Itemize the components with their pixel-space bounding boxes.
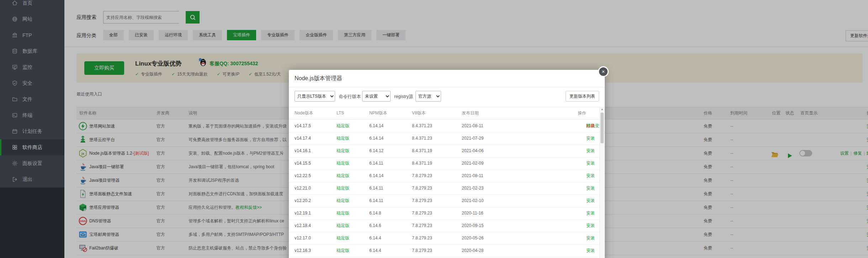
column-header: LTS	[337, 107, 344, 119]
release-date: 2021-07-29	[462, 132, 483, 145]
modal-title: Node.js版本管理器	[295, 70, 342, 87]
baota-panel: 首页 网站 FTP 数据库 监控 安全 文件 终端 计划任务 软件商店 面板设置	[0, 0, 868, 258]
v8-version: 7.8.279.23	[412, 244, 432, 257]
column-header: 发布日期	[462, 107, 479, 119]
release-date: 2021-02-23	[462, 182, 483, 195]
registry-source-select[interactable]: 官方源	[416, 91, 441, 102]
npm-version: 6.14.11	[369, 195, 383, 207]
lts-status: 稳定版	[337, 182, 349, 195]
column-header: 操作	[578, 107, 586, 119]
lts-status: 稳定版	[337, 207, 349, 220]
close-icon[interactable]: ×	[598, 66, 609, 77]
node-version: v14.15.5	[295, 157, 311, 170]
modal-header: Node.js版本管理器	[289, 70, 605, 87]
lts-status: 稳定版	[337, 120, 349, 132]
node-version: v12.19.1	[295, 207, 311, 220]
lts-status: 稳定版	[337, 244, 349, 257]
node-version-row: v14.16.1 稳定版 6.14.12 8.4.371.19 2021-04-…	[289, 145, 600, 158]
action-安装[interactable]: 安装	[586, 145, 595, 157]
cli-version-label: 命令行版本	[339, 94, 361, 100]
lts-status: 稳定版	[337, 132, 349, 145]
lts-status: 稳定版	[337, 145, 349, 157]
action-安装[interactable]: 安装	[586, 244, 595, 257]
v8-version: 7.8.279.23	[412, 170, 432, 182]
release-date: 2020-11-16	[462, 207, 483, 220]
node-version-row: v12.19.1 稳定版 6.14.8 7.8.279.23 2020-11-1…	[289, 207, 600, 220]
node-version: v12.21.0	[295, 182, 311, 195]
action-安装[interactable]: 安装	[586, 232, 595, 244]
lts-status: 稳定版	[337, 232, 349, 244]
node-version: v14.17.5	[295, 120, 311, 132]
column-header: NPM版本	[369, 107, 387, 119]
action-安装[interactable]: 安装	[586, 157, 595, 170]
action-安装[interactable]: 安装	[586, 170, 595, 182]
npm-version: 6.14.8	[369, 207, 381, 220]
npm-version: 6.14.11	[369, 182, 383, 195]
npm-version: 6.14.4	[369, 232, 381, 244]
npm-version: 6.14.14	[369, 170, 383, 182]
scrollbar-thumb[interactable]	[600, 113, 604, 143]
column-header: V8版本	[412, 107, 426, 119]
npm-version: 6.14.6	[369, 220, 381, 232]
modal-scrollbar[interactable]: ▲	[599, 107, 604, 258]
node-version: v14.16.1	[295, 145, 311, 157]
column-header: Node版本	[295, 107, 313, 119]
npm-version: 6.14.12	[369, 145, 383, 157]
v8-version: 7.8.279.23	[412, 182, 432, 195]
node-version-row: v12.18.4 稳定版 6.14.6 7.8.279.23 2020-09-1…	[289, 220, 600, 232]
release-date: 2021-02-10	[462, 195, 483, 207]
release-date: 2020-09-15	[462, 220, 483, 232]
npm-version: 6.14.11	[369, 157, 383, 170]
node-version: v14.17.4	[295, 132, 311, 145]
npm-version: 6.14.14	[369, 132, 383, 145]
action-安装[interactable]: 安装	[586, 182, 595, 195]
v8-version: 7.8.279.23	[412, 195, 432, 207]
version-table-header: Node版本LTSNPM版本V8版本发布日期操作	[289, 107, 600, 119]
node-version-row: v12.21.0 稳定版 6.14.11 7.8.279.23 2021-02-…	[289, 182, 600, 195]
node-version: v12.18.4	[295, 220, 311, 232]
modal-controls: 只显示LTS版本 命令行版本 未设置 registry源 官方源 更新版本列表	[289, 87, 605, 105]
node-version-row: v12.16.3 稳定版 6.14.4 7.8.279.23 2020-04-2…	[289, 244, 600, 257]
node-version: v12.20.2	[295, 195, 311, 207]
node-version: v12.16.3	[295, 244, 311, 257]
registry-source-label: registry源	[394, 94, 413, 100]
release-date: 2021-02-09	[462, 157, 483, 170]
update-version-list-button[interactable]: 更新版本列表	[566, 91, 599, 102]
action-安装[interactable]: 安装	[586, 220, 595, 232]
node-version-row: v14.15.5 稳定版 6.14.11 8.4.371.19 2021-02-…	[289, 157, 600, 170]
v8-version: 8.4.371.19	[412, 157, 432, 170]
node-version-row: v12.22.5 稳定版 6.14.14 7.8.279.23 2021-08-…	[289, 170, 600, 182]
release-date: 2021-08-11	[462, 120, 483, 132]
release-date: 2021-04-06	[462, 145, 483, 157]
v8-version: 8.4.371.23	[412, 120, 432, 132]
node-version-row: v12.17.0 稳定版 6.14.4 7.8.279.23 2020-05-2…	[289, 232, 600, 245]
cli-version-select[interactable]: 未设置	[362, 91, 391, 102]
lts-status: 稳定版	[337, 157, 349, 170]
release-date: 2020-04-28	[462, 244, 483, 257]
action-安装[interactable]: 安装	[586, 207, 595, 220]
release-date: 2020-05-26	[462, 232, 483, 244]
action-卸载[interactable]: 卸载	[586, 120, 595, 132]
lts-filter-select[interactable]: 只显示LTS版本	[295, 91, 335, 102]
lts-status: 稳定版	[337, 220, 349, 232]
npm-version: 6.14.14	[369, 120, 383, 132]
nodejs-manager-modal: × Node.js版本管理器 只显示LTS版本 命令行版本 未设置 regist…	[289, 70, 605, 258]
action-安装[interactable]: 安装	[586, 132, 595, 145]
v8-version: 8.4.371.19	[412, 145, 432, 157]
node-version-row: v12.20.2 稳定版 6.14.11 7.8.279.23 2021-02-…	[289, 195, 600, 207]
node-version: v12.22.5	[295, 170, 311, 182]
scrollbar-up-arrow[interactable]: ▲	[600, 107, 604, 112]
node-version: v12.17.0	[295, 232, 311, 244]
v8-version: 7.8.279.23	[412, 207, 432, 220]
v8-version: 7.8.279.23	[412, 220, 432, 232]
v8-version: 7.8.279.23	[412, 232, 432, 244]
release-date: 2021-08-11	[462, 170, 483, 182]
lts-status: 稳定版	[337, 195, 349, 207]
action-安装[interactable]: 安装	[586, 195, 595, 207]
node-version-row: v14.17.4 稳定版 6.14.14 8.4.371.23 2021-07-…	[289, 132, 600, 145]
v8-version: 8.4.371.23	[412, 132, 432, 145]
npm-version: 6.14.4	[369, 244, 381, 257]
node-version-row: v14.17.5 稳定版 6.14.14 8.4.371.23 2021-08-…	[289, 120, 600, 133]
lts-status: 稳定版	[337, 170, 349, 182]
